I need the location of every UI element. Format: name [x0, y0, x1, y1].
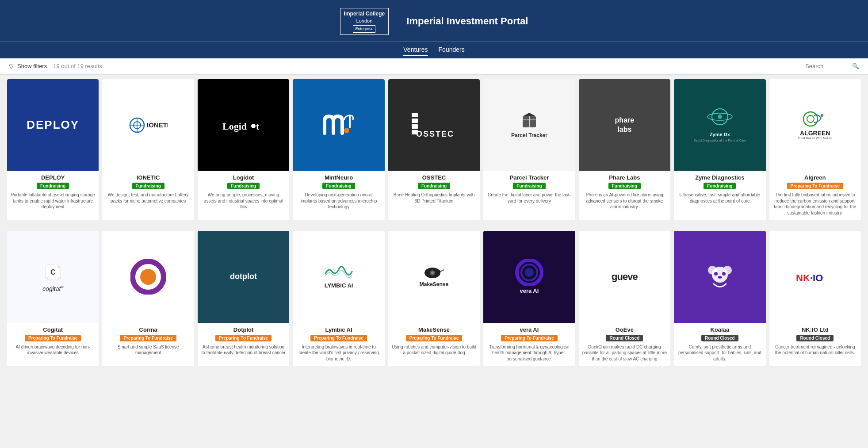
venture-desc: The first fully biobased fabric adhesive… — [773, 192, 857, 216]
ventures-row2: C cogitat® Cogitat Preparing To Fundrais… — [0, 226, 868, 371]
status-badge: Preparing To Fundraise — [501, 335, 558, 341]
venture-logo: Zyme Dx Rapid Diagnostics at the Point o… — [674, 79, 765, 171]
venture-desc: Portable inflatable phase-changing stora… — [11, 192, 95, 210]
toolbar: ▽ Show filters 19 out of 19 results 🔍 — [0, 58, 868, 75]
venture-logo: dotplot — [198, 231, 289, 322]
status-badge: Fundraising — [608, 183, 641, 189]
venture-card[interactable]: dotplot Dotplot Preparing To Fundraise A… — [198, 231, 289, 366]
status-badge: Preparing To Fundraise — [25, 335, 81, 341]
nav-ventures[interactable]: Ventures — [403, 46, 428, 56]
status-badge: Fundraising — [132, 183, 164, 189]
status-badge: Preparing To Fundraise — [310, 335, 367, 341]
svg-point-37 — [807, 115, 814, 123]
card-body: Corma Preparing To Fundraise Smart and s… — [102, 323, 194, 367]
venture-desc: Bone Healing Orthopaedics Implants with … — [392, 192, 476, 204]
venture-card[interactable]: NK ·IO NK:IO Ltd Round Closed Cancer tre… — [769, 231, 861, 366]
nav-founders[interactable]: Founders — [439, 46, 465, 56]
venture-name: Phare Labs — [582, 174, 667, 181]
svg-line-50 — [440, 270, 444, 272]
status-badge: Preparing To Fundraise — [787, 183, 844, 189]
venture-name: MintNeuro — [296, 174, 381, 181]
venture-card[interactable]: IONETIC IONETIC Fundraising We design, t… — [102, 79, 194, 220]
venture-name: OSSTEC — [392, 174, 476, 181]
filter-label[interactable]: Show filters — [17, 63, 47, 69]
venture-name: Corma — [106, 326, 190, 333]
venture-desc: Create the digital layer and power the l… — [487, 192, 571, 204]
svg-rect-18 — [412, 119, 418, 123]
venture-card[interactable]: Koalaa Round Closed Comfy, soft prosthet… — [674, 231, 765, 366]
venture-logo: MakeSense — [388, 231, 480, 322]
venture-card[interactable]: MintNeuro Fundraising Developing next-ge… — [293, 79, 384, 220]
venture-name: DEPLOY — [11, 174, 95, 181]
status-badge: Fundraising — [704, 183, 736, 189]
svg-marker-30 — [523, 113, 536, 116]
svg-point-57 — [714, 272, 718, 276]
svg-point-8 — [344, 128, 349, 133]
venture-logo: NK ·IO — [769, 231, 861, 322]
venture-name: Parcel Tracker — [487, 174, 571, 181]
venture-desc: Using robotics and computer-vision to bu… — [392, 344, 476, 356]
card-body: MintNeuro Fundraising Developing next-ge… — [293, 171, 384, 220]
venture-name: NK:IO Ltd — [773, 326, 857, 333]
venture-logo: ALGREEN Treat Nature With Nature — [769, 79, 861, 171]
status-badge: Preparing To Fundraise — [406, 335, 463, 341]
venture-name: Algreen — [773, 174, 857, 181]
svg-point-53 — [525, 268, 534, 277]
venture-name: Zyme Diagnostics — [677, 174, 762, 181]
status-badge: Round Closed — [606, 335, 643, 341]
svg-point-6 — [251, 124, 256, 128]
status-badge: Preparing To Fundraise — [120, 335, 176, 341]
venture-card[interactable]: vera AI vera AI Preparing To Fundraise T… — [483, 231, 575, 366]
venture-desc: Cancer treatment reimagined - unlocking … — [773, 344, 857, 356]
svg-text:·IO: ·IO — [810, 272, 823, 283]
college-logo: Imperial College London Enterprise — [340, 8, 389, 35]
venture-desc: Phare is an AI-powered fire alarm using … — [582, 192, 667, 210]
venture-card[interactable]: OSSTEC OSSTEC Fundraising Bone Healing O… — [388, 79, 480, 220]
venture-desc: Interpreting brainwaves in real-time to … — [296, 344, 381, 362]
search-input[interactable] — [805, 63, 849, 69]
venture-desc: Ultrasensitive, fast, simple and afforda… — [677, 192, 762, 204]
venture-card[interactable]: ALGREEN Treat Nature With Nature Algreen… — [769, 79, 861, 220]
venture-name: GoEve — [582, 326, 667, 333]
venture-desc: Transforming hormonal & gynaecological h… — [487, 344, 571, 362]
venture-card[interactable]: Zyme Dx Rapid Diagnostics at the Point o… — [674, 79, 765, 220]
svg-point-41 — [57, 265, 60, 268]
card-body: IONETIC Fundraising We design, test, and… — [102, 171, 194, 220]
venture-logo: LYMBIC AI — [293, 231, 384, 322]
card-body: Dotplot Preparing To Fundraise At-home b… — [198, 323, 289, 367]
card-body: vera AI Preparing To Fundraise Transform… — [483, 323, 575, 367]
venture-desc: We bring people, processes, moving asset… — [201, 192, 286, 210]
venture-desc: Smart and simple SaaS license management — [106, 344, 190, 356]
svg-point-45 — [140, 269, 156, 285]
venture-card[interactable]: Corma Preparing To Fundraise Smart and s… — [102, 231, 194, 366]
venture-card[interactable]: pharelabs Phare Labs Fundraising Phare i… — [579, 79, 670, 220]
venture-logo: Logid t — [198, 79, 289, 171]
status-badge: Round Closed — [701, 335, 738, 341]
svg-point-48 — [431, 272, 434, 274]
svg-text:NK: NK — [796, 272, 810, 283]
status-badge: Fundraising — [227, 183, 260, 189]
filter-icon: ▽ — [9, 63, 14, 70]
card-body: Koalaa Round Closed Comfy, soft prosthet… — [674, 323, 765, 367]
status-badge: Fundraising — [513, 183, 545, 189]
venture-name: Cogitat — [11, 326, 95, 333]
search-box: 🔍 — [805, 63, 859, 69]
svg-point-42 — [46, 277, 48, 279]
venture-card[interactable]: Logid t Logidot Fundraising We bring peo… — [198, 79, 289, 220]
svg-text:Logid: Logid — [222, 121, 247, 132]
venture-card[interactable]: gueve GoEve Round Closed DockChain makes… — [579, 231, 670, 366]
venture-desc: At-home breast health monitoring solutio… — [201, 344, 286, 356]
venture-desc: We design, test, and manufacture battery… — [106, 192, 190, 204]
venture-card[interactable]: Parcel Tracker Parcel Tracker Fundraisin… — [483, 79, 575, 220]
venture-card[interactable]: C cogitat® Cogitat Preparing To Fundrais… — [7, 231, 99, 366]
venture-logo: pharelabs — [579, 79, 670, 171]
main-nav: Ventures Founders — [0, 41, 868, 58]
svg-rect-13 — [412, 113, 418, 117]
venture-card[interactable]: LYMBIC AI Lymbic AI Preparing To Fundrai… — [293, 231, 384, 366]
venture-card[interactable]: MakeSense MakeSense Preparing To Fundrai… — [388, 231, 480, 366]
status-badge: Preparing To Fundraise — [215, 335, 272, 341]
venture-card[interactable]: DEPLOY DEPLOY Fundraising Portable infla… — [7, 79, 99, 220]
venture-logo: C cogitat® — [7, 231, 99, 322]
venture-desc: DockChain makes rapid DC charging possib… — [582, 344, 667, 362]
venture-logo: OSSTEC — [388, 79, 480, 171]
